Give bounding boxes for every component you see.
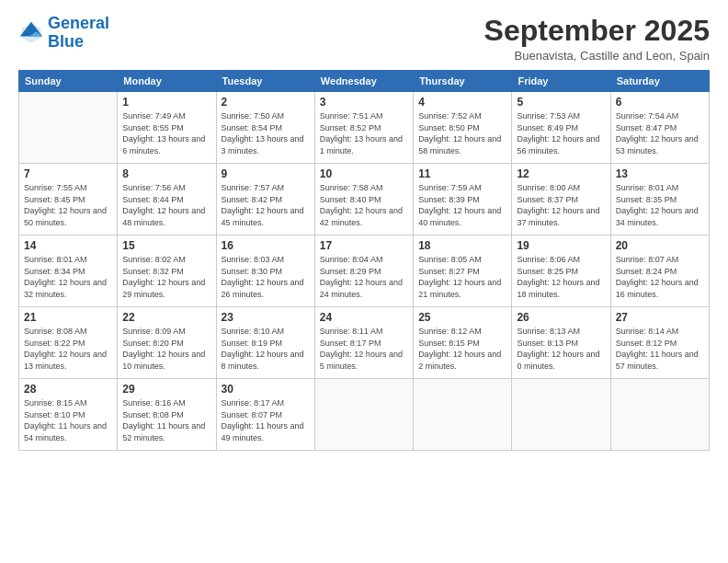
subtitle: Buenavista, Castille and Leon, Spain xyxy=(484,49,710,63)
calendar-table: SundayMondayTuesdayWednesdayThursdayFrid… xyxy=(18,70,710,451)
day-number: 15 xyxy=(122,239,210,252)
day-info: Sunrise: 8:05 AMSunset: 8:27 PMDaylight:… xyxy=(418,254,506,300)
day-cell xyxy=(610,379,709,451)
day-number: 10 xyxy=(320,167,408,180)
day-info: Sunrise: 8:01 AMSunset: 8:34 PMDaylight:… xyxy=(24,254,112,300)
day-info: Sunrise: 8:15 AMSunset: 8:10 PMDaylight:… xyxy=(24,397,112,443)
day-cell: 8Sunrise: 7:56 AMSunset: 8:44 PMDaylight… xyxy=(118,164,216,236)
day-number: 2 xyxy=(222,96,310,109)
day-info: Sunrise: 8:02 AMSunset: 8:32 PMDaylight:… xyxy=(122,254,210,300)
day-cell: 22Sunrise: 8:09 AMSunset: 8:20 PMDayligh… xyxy=(118,307,216,379)
day-info: Sunrise: 8:14 AMSunset: 8:12 PMDaylight:… xyxy=(616,326,704,372)
col-header-friday: Friday xyxy=(512,71,610,92)
day-info: Sunrise: 8:06 AMSunset: 8:25 PMDaylight:… xyxy=(517,254,605,300)
day-info: Sunrise: 8:10 AMSunset: 8:19 PMDaylight:… xyxy=(222,326,310,372)
day-info: Sunrise: 7:55 AMSunset: 8:45 PMDaylight:… xyxy=(24,182,112,228)
day-number: 1 xyxy=(122,96,210,109)
day-info: Sunrise: 7:56 AMSunset: 8:44 PMDaylight:… xyxy=(122,182,210,228)
day-cell: 11Sunrise: 7:59 AMSunset: 8:39 PMDayligh… xyxy=(414,164,512,236)
day-cell: 27Sunrise: 8:14 AMSunset: 8:12 PMDayligh… xyxy=(610,307,709,379)
day-number: 14 xyxy=(24,239,112,252)
title-block: September 2025 Buenavista, Castille and … xyxy=(484,15,710,63)
day-number: 28 xyxy=(24,383,112,396)
day-info: Sunrise: 8:04 AMSunset: 8:29 PMDaylight:… xyxy=(320,254,408,300)
day-cell: 17Sunrise: 8:04 AMSunset: 8:29 PMDayligh… xyxy=(314,236,413,307)
day-number: 12 xyxy=(517,167,605,180)
logo: General Blue xyxy=(18,15,109,52)
day-info: Sunrise: 7:57 AMSunset: 8:42 PMDaylight:… xyxy=(222,182,310,228)
day-number: 27 xyxy=(616,311,704,324)
day-number: 22 xyxy=(122,311,210,324)
day-cell: 30Sunrise: 8:17 AMSunset: 8:07 PMDayligh… xyxy=(216,379,314,451)
col-header-sunday: Sunday xyxy=(19,71,118,92)
day-cell: 5Sunrise: 7:53 AMSunset: 8:49 PMDaylight… xyxy=(512,92,610,164)
col-header-saturday: Saturday xyxy=(610,71,709,92)
day-cell: 13Sunrise: 8:01 AMSunset: 8:35 PMDayligh… xyxy=(610,164,709,236)
col-header-thursday: Thursday xyxy=(414,71,512,92)
day-cell: 29Sunrise: 8:16 AMSunset: 8:08 PMDayligh… xyxy=(118,379,216,451)
day-number: 3 xyxy=(320,96,408,109)
day-info: Sunrise: 8:09 AMSunset: 8:20 PMDaylight:… xyxy=(122,326,210,372)
day-info: Sunrise: 7:59 AMSunset: 8:39 PMDaylight:… xyxy=(418,182,506,228)
day-number: 30 xyxy=(222,383,310,396)
page: General Blue September 2025 Buenavista, … xyxy=(0,0,728,563)
day-info: Sunrise: 8:17 AMSunset: 8:07 PMDaylight:… xyxy=(222,397,310,443)
logo-line2: Blue xyxy=(48,32,84,51)
day-number: 29 xyxy=(122,383,210,396)
day-info: Sunrise: 7:50 AMSunset: 8:54 PMDaylight:… xyxy=(222,110,310,156)
day-info: Sunrise: 7:53 AMSunset: 8:49 PMDaylight:… xyxy=(517,110,605,156)
day-info: Sunrise: 8:00 AMSunset: 8:37 PMDaylight:… xyxy=(517,182,605,228)
day-number: 16 xyxy=(222,239,310,252)
day-cell: 21Sunrise: 8:08 AMSunset: 8:22 PMDayligh… xyxy=(19,307,118,379)
day-cell: 15Sunrise: 8:02 AMSunset: 8:32 PMDayligh… xyxy=(118,236,216,307)
day-cell: 1Sunrise: 7:49 AMSunset: 8:55 PMDaylight… xyxy=(118,92,216,164)
week-row-0: 1Sunrise: 7:49 AMSunset: 8:55 PMDaylight… xyxy=(19,92,710,164)
logo-icon xyxy=(18,20,44,46)
day-info: Sunrise: 7:51 AMSunset: 8:52 PMDaylight:… xyxy=(320,110,408,156)
day-info: Sunrise: 8:01 AMSunset: 8:35 PMDaylight:… xyxy=(616,182,704,228)
logo-line1: General xyxy=(48,14,109,32)
day-number: 21 xyxy=(24,311,112,324)
day-cell: 4Sunrise: 7:52 AMSunset: 8:50 PMDaylight… xyxy=(414,92,512,164)
week-row-2: 14Sunrise: 8:01 AMSunset: 8:34 PMDayligh… xyxy=(19,236,710,307)
week-row-1: 7Sunrise: 7:55 AMSunset: 8:45 PMDaylight… xyxy=(19,164,710,236)
day-cell: 10Sunrise: 7:58 AMSunset: 8:40 PMDayligh… xyxy=(314,164,413,236)
day-info: Sunrise: 8:07 AMSunset: 8:24 PMDaylight:… xyxy=(616,254,704,300)
day-cell: 6Sunrise: 7:54 AMSunset: 8:47 PMDaylight… xyxy=(610,92,709,164)
day-cell: 18Sunrise: 8:05 AMSunset: 8:27 PMDayligh… xyxy=(414,236,512,307)
day-info: Sunrise: 8:13 AMSunset: 8:13 PMDaylight:… xyxy=(517,326,605,372)
day-number: 18 xyxy=(418,239,506,252)
day-number: 4 xyxy=(418,96,506,109)
day-cell xyxy=(512,379,610,451)
header: General Blue September 2025 Buenavista, … xyxy=(18,15,710,63)
day-info: Sunrise: 8:16 AMSunset: 8:08 PMDaylight:… xyxy=(122,397,210,443)
day-number: 26 xyxy=(517,311,605,324)
day-cell: 9Sunrise: 7:57 AMSunset: 8:42 PMDaylight… xyxy=(216,164,314,236)
day-info: Sunrise: 8:12 AMSunset: 8:15 PMDaylight:… xyxy=(418,326,506,372)
col-header-monday: Monday xyxy=(118,71,216,92)
day-cell: 23Sunrise: 8:10 AMSunset: 8:19 PMDayligh… xyxy=(216,307,314,379)
day-cell: 2Sunrise: 7:50 AMSunset: 8:54 PMDaylight… xyxy=(216,92,314,164)
day-info: Sunrise: 7:52 AMSunset: 8:50 PMDaylight:… xyxy=(418,110,506,156)
day-cell: 16Sunrise: 8:03 AMSunset: 8:30 PMDayligh… xyxy=(216,236,314,307)
day-cell: 7Sunrise: 7:55 AMSunset: 8:45 PMDaylight… xyxy=(19,164,118,236)
day-cell: 20Sunrise: 8:07 AMSunset: 8:24 PMDayligh… xyxy=(610,236,709,307)
col-header-tuesday: Tuesday xyxy=(216,71,314,92)
day-number: 9 xyxy=(222,167,310,180)
day-info: Sunrise: 8:08 AMSunset: 8:22 PMDaylight:… xyxy=(24,326,112,372)
day-cell xyxy=(414,379,512,451)
day-info: Sunrise: 7:54 AMSunset: 8:47 PMDaylight:… xyxy=(616,110,704,156)
logo-text: General Blue xyxy=(48,15,109,52)
day-cell: 12Sunrise: 8:00 AMSunset: 8:37 PMDayligh… xyxy=(512,164,610,236)
col-header-wednesday: Wednesday xyxy=(314,71,413,92)
day-number: 7 xyxy=(24,167,112,180)
day-cell: 19Sunrise: 8:06 AMSunset: 8:25 PMDayligh… xyxy=(512,236,610,307)
day-cell: 25Sunrise: 8:12 AMSunset: 8:15 PMDayligh… xyxy=(414,307,512,379)
day-cell xyxy=(314,379,413,451)
day-info: Sunrise: 7:58 AMSunset: 8:40 PMDaylight:… xyxy=(320,182,408,228)
day-number: 11 xyxy=(418,167,506,180)
header-row: SundayMondayTuesdayWednesdayThursdayFrid… xyxy=(19,71,710,92)
day-info: Sunrise: 7:49 AMSunset: 8:55 PMDaylight:… xyxy=(122,110,210,156)
day-info: Sunrise: 8:11 AMSunset: 8:17 PMDaylight:… xyxy=(320,326,408,372)
day-number: 25 xyxy=(418,311,506,324)
